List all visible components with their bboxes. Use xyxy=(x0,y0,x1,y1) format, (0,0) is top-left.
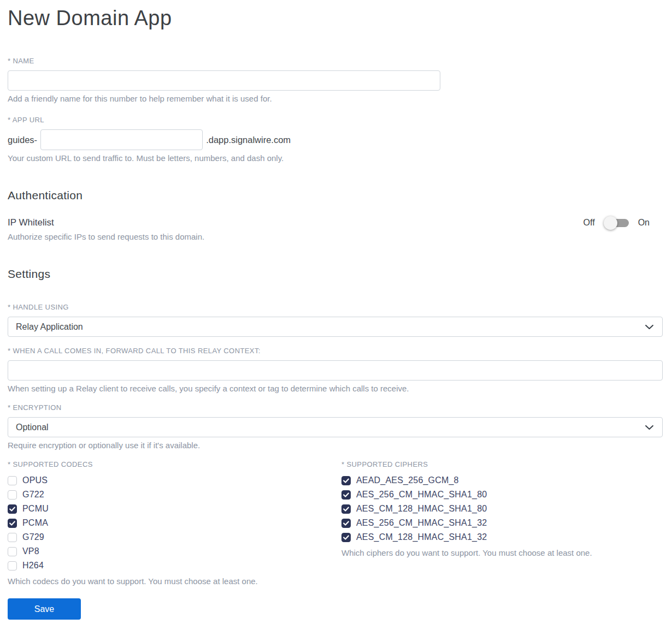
checkbox-row: G729 xyxy=(8,530,341,544)
encryption-select[interactable]: Optional xyxy=(8,417,663,437)
name-label: * NAME xyxy=(8,57,663,66)
codec-checkbox-vp8[interactable] xyxy=(8,547,17,556)
cipher-checkbox-aead_aes_256_gcm_8[interactable] xyxy=(341,476,351,485)
codec-checkbox-opus[interactable] xyxy=(8,476,17,485)
chevron-down-icon xyxy=(645,425,653,430)
ip-whitelist-label: IP Whitelist xyxy=(8,217,204,229)
codecs-check-list: OPUS G722 xyxy=(8,473,341,573)
checkbox-label: VP8 xyxy=(22,546,39,556)
supported-ciphers-label: * SUPPORTED CIPHERS xyxy=(341,460,663,469)
handle-using-select[interactable]: Relay Application xyxy=(8,317,663,337)
check-icon xyxy=(9,521,15,526)
codec-checkbox-g729[interactable] xyxy=(8,533,17,542)
ciphers-check-list: AEAD_AES_256_GCM_8 AES_256_CM_HMAC_SHA1_… xyxy=(341,473,663,544)
app-url-input[interactable] xyxy=(40,129,203,150)
checkbox-row: AES_256_CM_HMAC_SHA1_32 xyxy=(341,516,663,530)
codec-checkbox-h264[interactable] xyxy=(8,561,17,570)
name-help-text: Add a friendly name for this number to h… xyxy=(8,93,663,104)
save-button[interactable]: Save xyxy=(8,598,81,620)
ciphers-help-text: Which ciphers do you want to support. Yo… xyxy=(341,548,663,558)
toggle-knob xyxy=(604,216,617,230)
app-url-help-text: Your custom URL to send traffic to. Must… xyxy=(8,153,663,163)
checkbox-row: G722 xyxy=(8,488,341,502)
authentication-heading: Authentication xyxy=(8,188,663,203)
supported-ciphers-group: * SUPPORTED CIPHERS AEAD_AES_256_GCM_8 xyxy=(341,460,663,586)
checkbox-label: AES_256_CM_HMAC_SHA1_80 xyxy=(356,490,487,500)
checkbox-label: OPUS xyxy=(22,476,48,485)
checkbox-row: AES_CM_128_HMAC_SHA1_80 xyxy=(341,502,663,516)
checkbox-label: AES_256_CM_HMAC_SHA1_32 xyxy=(356,518,487,528)
codecs-help-text: Which codecs do you want to support. You… xyxy=(8,576,341,586)
ip-whitelist-help-text: Authorize specific IPs to send requests … xyxy=(8,231,204,242)
name-field-group: * NAME Add a friendly name for this numb… xyxy=(8,57,663,104)
checkbox-label: AES_CM_128_HMAC_SHA1_32 xyxy=(356,532,487,542)
check-icon xyxy=(343,492,349,497)
check-icon xyxy=(9,507,15,512)
encryption-group: * ENCRYPTION Optional Require encryption… xyxy=(8,403,663,450)
cipher-checkbox-aes_cm_128_hmac_sha1_32[interactable] xyxy=(341,533,351,542)
checkbox-row: VP8 xyxy=(8,544,341,558)
handle-using-label: * HANDLE USING xyxy=(8,303,663,312)
supported-codecs-group: * SUPPORTED CODECS OPUS xyxy=(8,460,341,586)
ip-whitelist-row: IP Whitelist Authorize specific IPs to s… xyxy=(8,217,663,242)
app-url-field-group: * APP URL guides- .dapp.signalwire.com Y… xyxy=(8,116,663,163)
cipher-checkbox-aes_cm_128_hmac_sha1_80[interactable] xyxy=(341,504,351,514)
checkbox-label: G729 xyxy=(22,532,44,542)
relay-context-label: * WHEN A CALL COMES IN, FORWARD CALL TO … xyxy=(8,347,663,355)
check-icon xyxy=(343,521,349,526)
handle-using-value: Relay Application xyxy=(16,322,83,332)
page-title: New Domain App xyxy=(8,5,663,31)
checkbox-label: AEAD_AES_256_GCM_8 xyxy=(356,476,459,485)
name-input[interactable] xyxy=(8,70,440,91)
chevron-down-icon xyxy=(645,324,653,329)
relay-context-group: * WHEN A CALL COMES IN, FORWARD CALL TO … xyxy=(8,347,663,394)
toggle-off-label: Off xyxy=(583,218,595,228)
checkbox-row: H264 xyxy=(8,558,341,573)
relay-context-help-text: When setting up a Relay client to receiv… xyxy=(8,383,663,394)
checkbox-label: PCMA xyxy=(22,518,48,528)
encryption-value: Optional xyxy=(16,423,49,432)
checkbox-row: AES_256_CM_HMAC_SHA1_80 xyxy=(341,488,663,502)
new-domain-app-form: New Domain App * NAME Add a friendly nam… xyxy=(0,0,672,624)
check-icon xyxy=(343,478,349,483)
codec-checkbox-pcmu[interactable] xyxy=(8,504,17,514)
checkbox-row: OPUS xyxy=(8,473,341,488)
checkbox-row: PCMA xyxy=(8,516,341,530)
checkbox-label: PCMU xyxy=(22,504,49,514)
codec-checkbox-g722[interactable] xyxy=(8,490,17,500)
checkbox-label: H264 xyxy=(22,561,44,570)
encryption-help-text: Require encryption or optionally use it … xyxy=(8,440,663,450)
checkbox-label: G722 xyxy=(22,490,44,500)
encryption-label: * ENCRYPTION xyxy=(8,403,663,412)
check-icon xyxy=(343,507,349,512)
app-url-prefix: guides- xyxy=(8,135,37,145)
checkbox-row: PCMU xyxy=(8,502,341,516)
cipher-checkbox-aes_256_cm_hmac_sha1_32[interactable] xyxy=(341,519,351,528)
checkbox-label: AES_CM_128_HMAC_SHA1_80 xyxy=(356,504,487,514)
settings-heading: Settings xyxy=(8,267,663,281)
cipher-checkbox-aes_256_cm_hmac_sha1_80[interactable] xyxy=(341,490,351,500)
toggle-on-label: On xyxy=(638,218,650,228)
relay-context-input[interactable] xyxy=(8,360,663,381)
check-icon xyxy=(343,535,349,540)
handle-using-group: * HANDLE USING Relay Application xyxy=(8,303,663,337)
checkbox-row: AES_CM_128_HMAC_SHA1_32 xyxy=(341,530,663,544)
ip-whitelist-toggle[interactable] xyxy=(604,219,629,227)
supported-codecs-label: * SUPPORTED CODECS xyxy=(8,460,341,469)
app-url-label: * APP URL xyxy=(8,116,663,124)
checkbox-row: AEAD_AES_256_GCM_8 xyxy=(341,473,663,488)
codec-checkbox-pcma[interactable] xyxy=(8,519,17,528)
app-url-suffix: .dapp.signalwire.com xyxy=(206,135,291,145)
